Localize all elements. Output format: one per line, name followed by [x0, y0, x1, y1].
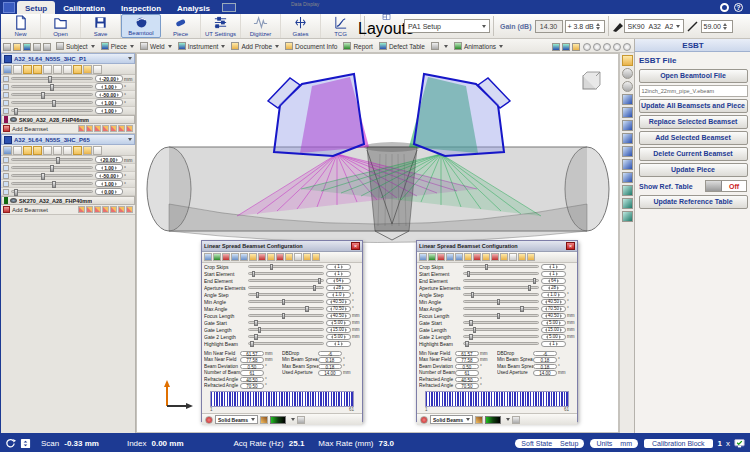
decrement-icon[interactable]	[546, 335, 548, 339]
value-box[interactable]: 15.00	[541, 327, 566, 333]
help-icon[interactable]: ?	[734, 3, 743, 12]
slider[interactable]	[463, 328, 539, 331]
close-icon[interactable]: ×	[566, 242, 575, 250]
dialog-tool-icon[interactable]	[500, 253, 508, 261]
increment-icon[interactable]	[556, 342, 558, 346]
esbt-action-button[interactable]: Update Piece	[639, 163, 748, 177]
dialog-tool-icon[interactable]	[491, 253, 499, 261]
beamtool-file-field[interactable]: 12inch_22mm_pipe_V.ebeam	[639, 85, 748, 97]
draw-icon[interactable]	[260, 416, 268, 424]
slider[interactable]	[248, 335, 324, 338]
beamset-tool-icon[interactable]	[23, 65, 32, 74]
value-box[interactable]: 5.00	[326, 334, 351, 340]
increment-icon[interactable]	[341, 342, 343, 346]
decrement-icon[interactable]	[549, 342, 551, 346]
value-box[interactable]: 20.00	[95, 156, 123, 163]
decrement-icon[interactable]	[545, 314, 547, 318]
slider[interactable]	[463, 335, 539, 338]
value-box[interactable]: 1	[326, 264, 351, 270]
increment-icon[interactable]	[115, 166, 117, 170]
slider-thumb[interactable]	[533, 278, 537, 284]
add-beamset-label[interactable]: Add Beamset	[12, 207, 77, 213]
slider[interactable]	[11, 93, 93, 96]
save-doc-icon[interactable]	[23, 43, 31, 51]
tcg-button[interactable]: TCG	[321, 14, 361, 38]
slider[interactable]	[463, 286, 539, 289]
increment-icon[interactable]	[117, 174, 119, 178]
slider-thumb[interactable]	[469, 320, 473, 326]
slider-thumb[interactable]	[254, 334, 258, 340]
beam-preset-icon[interactable]	[102, 125, 109, 132]
tab-analysis[interactable]: Analysis	[169, 1, 218, 14]
beam-preset-icon[interactable]	[126, 125, 133, 132]
spinner-arrows-icon[interactable]	[596, 23, 600, 30]
image-menu[interactable]	[431, 41, 448, 51]
dialog-tool-icon[interactable]	[222, 253, 230, 261]
warning-icon[interactable]	[83, 146, 92, 155]
increment-icon[interactable]	[117, 93, 119, 97]
dialog-tool-icon[interactable]	[464, 253, 472, 261]
increment-icon[interactable]	[558, 293, 560, 297]
slider[interactable]	[248, 279, 324, 282]
increment-icon[interactable]	[115, 109, 117, 113]
beam-preset-icon[interactable]	[118, 206, 125, 213]
add-beamset-icon[interactable]	[3, 125, 10, 132]
draw-icon[interactable]	[475, 416, 483, 424]
toggle-knob[interactable]	[706, 181, 722, 191]
value-box[interactable]: 15.00	[326, 327, 351, 333]
slider[interactable]	[463, 279, 539, 282]
beamset-tool-icon[interactable]	[3, 146, 12, 155]
update-reference-table-button[interactable]: Update Reference Table	[639, 195, 748, 209]
tab-calibration[interactable]: Calibration	[55, 1, 113, 14]
dialog-tool-icon[interactable]	[204, 253, 212, 261]
decrement-icon[interactable]	[334, 265, 336, 269]
decrement-icon[interactable]	[100, 158, 102, 162]
slider-thumb[interactable]	[41, 173, 45, 180]
legend-icon[interactable]	[512, 416, 520, 424]
increment-icon[interactable]	[557, 286, 559, 290]
decrement-icon[interactable]	[330, 328, 332, 332]
slider-thumb[interactable]	[252, 271, 256, 277]
slider[interactable]	[11, 182, 93, 185]
value-box[interactable]: 1	[326, 341, 351, 347]
decrement-icon[interactable]	[548, 279, 550, 283]
beamset-tool-icon[interactable]	[23, 146, 32, 155]
slider-thumb[interactable]	[520, 306, 524, 312]
value-box[interactable]: 1.00	[95, 164, 123, 171]
slider[interactable]	[463, 265, 539, 268]
dialog-tool-icon[interactable]	[455, 253, 463, 261]
slider-thumb[interactable]	[305, 306, 309, 312]
slider[interactable]	[11, 166, 93, 169]
slider-thumb[interactable]	[50, 165, 54, 172]
undo-icon[interactable]	[33, 43, 41, 51]
slider-thumb[interactable]	[254, 320, 258, 326]
slider-thumb[interactable]	[250, 341, 254, 347]
value-box[interactable]: 28	[326, 285, 351, 291]
decrement-icon[interactable]	[330, 300, 332, 304]
slider[interactable]	[463, 272, 539, 275]
beam-preset-icon[interactable]	[126, 206, 133, 213]
slider[interactable]	[248, 328, 324, 331]
slider-thumb[interactable]	[258, 327, 262, 333]
slider-thumb[interactable]	[50, 84, 54, 91]
dialog-tool-icon[interactable]	[419, 253, 427, 261]
slider-thumb[interactable]	[313, 285, 317, 291]
beamset-group-header[interactable]: A32_5L64_N55S_3HC_P1	[1, 53, 135, 64]
piece-menu[interactable]: Piece	[101, 41, 134, 51]
slider-thumb[interactable]	[469, 334, 473, 340]
palette-select[interactable]	[485, 416, 501, 424]
decrement-icon[interactable]	[101, 109, 103, 113]
probe-row[interactable]: SK90_A32_A28_FHP46mm	[1, 115, 135, 124]
new-doc-icon[interactable]	[3, 43, 11, 51]
decrement-icon[interactable]	[101, 190, 103, 194]
increment-icon[interactable]	[556, 265, 558, 269]
slider[interactable]	[463, 307, 539, 310]
value-box[interactable]: 1.0	[326, 292, 351, 298]
redo-icon[interactable]	[43, 43, 51, 51]
close-icon[interactable]: ×	[351, 242, 360, 250]
decrement-icon[interactable]	[101, 101, 103, 105]
dialog-tool-icon[interactable]	[437, 253, 445, 261]
beamset-tool-icon[interactable]	[3, 65, 12, 74]
esbt-action-button[interactable]: Delete Current Beamset	[639, 147, 748, 161]
slider[interactable]	[11, 174, 93, 177]
